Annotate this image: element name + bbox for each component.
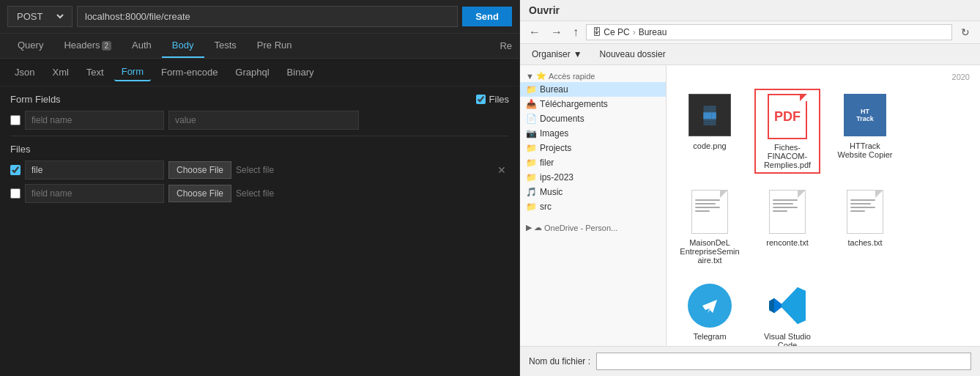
- file-label-code-png: code.png: [693, 141, 726, 150]
- folder-icon: 📁: [526, 172, 537, 183]
- quick-access-label: Accès rapide: [549, 72, 595, 81]
- folder-icon: 📁: [526, 158, 537, 168]
- nouveau-dossier-button[interactable]: Nouveau dossier: [594, 47, 672, 62]
- file-name-1[interactable]: [25, 161, 164, 180]
- file-item-httrack[interactable]: HTTrack HTTrack Website Copier: [832, 89, 898, 174]
- maison-txt-thumbnail: [691, 190, 728, 234]
- file-item-maison-txt[interactable]: MaisonDeL EntrepriseSeminaire.txt: [677, 185, 743, 268]
- remove-file-button-1[interactable]: ✕: [494, 164, 509, 176]
- subtab-json[interactable]: Json: [7, 64, 42, 81]
- subtab-graphql[interactable]: Graphql: [228, 64, 276, 81]
- response-label: Re: [500, 34, 512, 57]
- send-button[interactable]: Send: [462, 7, 512, 26]
- field-checkbox-1[interactable]: [10, 115, 21, 125]
- breadcrumb-bureau[interactable]: Bureau: [639, 27, 667, 37]
- organiser-arrow-icon: ▼: [573, 49, 582, 59]
- subtab-form-encode[interactable]: Form-encode: [154, 64, 225, 81]
- sidebar-item-bureau[interactable]: 📁 Bureau: [520, 82, 666, 97]
- folder-icon: 📥: [526, 99, 537, 109]
- year-label: 2020: [674, 73, 973, 81]
- nav-up-button[interactable]: ↑: [570, 24, 582, 40]
- files-checkbox[interactable]: [476, 95, 486, 104]
- file-item-vscode[interactable]: Visual Studio Code: [754, 279, 820, 346]
- file-label-vscode: Visual Studio Code: [757, 332, 817, 346]
- nav-forward-button[interactable]: →: [548, 24, 565, 40]
- telegram-thumbnail: [688, 284, 732, 328]
- file-item-taches[interactable]: taches.txt: [832, 185, 898, 268]
- tab-headers[interactable]: Headers2: [53, 34, 122, 58]
- sidebar-item-images[interactable]: 📷 Images: [520, 126, 666, 141]
- method-dropdown[interactable]: POST GET PUT DELETE: [14, 10, 66, 23]
- file-label-renconte: renconte.txt: [766, 238, 808, 247]
- folder-icon: 🎵: [526, 187, 537, 197]
- tab-auth[interactable]: Auth: [122, 34, 162, 58]
- explorer-title: Ouvrir: [520, 0, 980, 21]
- divider: [10, 136, 509, 136]
- code-png-thumbnail: ▒▒▒▓▓▓▒▒▒: [688, 94, 731, 136]
- files-toggle[interactable]: Files: [476, 94, 509, 105]
- file-icon-pdf: PDF: [764, 93, 811, 140]
- sidebar-item-src[interactable]: 📁 src: [520, 199, 666, 214]
- sidebar-item-ips2023[interactable]: 📁 ips-2023: [520, 170, 666, 185]
- breadcrumb-pc[interactable]: 🗄 Ce PC: [593, 27, 630, 37]
- sidebar-item-projects[interactable]: 📁 Projects: [520, 141, 666, 155]
- folder-icon: 📷: [526, 128, 537, 139]
- sidebar-item-telechargements[interactable]: 📥 Téléchargements: [520, 97, 666, 111]
- refresh-button[interactable]: ↻: [957, 25, 974, 40]
- tab-prerun[interactable]: Pre Run: [247, 34, 302, 58]
- sidebar-item-documents[interactable]: 📄 Documents: [520, 111, 666, 126]
- url-input[interactable]: [77, 6, 458, 27]
- filename-bar: Nom du fichier :: [520, 346, 980, 376]
- select-file-text-1: Select file: [236, 165, 490, 175]
- svg-marker-1: [782, 287, 806, 324]
- subtab-xml[interactable]: Xml: [45, 64, 75, 81]
- explorer-main: 2020 ▒▒▒▓▓▓▒▒▒ code.png PDF: [667, 65, 980, 346]
- sidebar-item-music[interactable]: 🎵 Music: [520, 185, 666, 199]
- subtab-form[interactable]: Form: [114, 63, 151, 81]
- file-icon-vscode: [764, 282, 811, 329]
- main-tabs: Query Headers2 Auth Body Tests Pre Run R…: [0, 34, 519, 59]
- file-explorer: Ouvrir ← → ↑ 🗄 Ce PC › Bureau ↻ Organise…: [520, 0, 980, 376]
- onedrive-category[interactable]: ▶ ☁ OneDrive - Person...: [520, 220, 666, 234]
- file-name-2[interactable]: [25, 184, 164, 203]
- quick-access-icon: ⭐: [536, 71, 546, 81]
- file-icon-httrack: HTTrack: [842, 92, 888, 139]
- subtab-binary[interactable]: Binary: [280, 64, 322, 81]
- file-item-telegram[interactable]: Telegram: [677, 279, 743, 346]
- nav-back-button[interactable]: ←: [526, 24, 543, 40]
- field-value-input-1[interactable]: [168, 111, 359, 130]
- music-label: Music: [540, 187, 563, 197]
- folder-icon: 📁: [526, 143, 537, 153]
- folder-icon: 📄: [526, 114, 537, 124]
- tab-tests[interactable]: Tests: [204, 34, 247, 58]
- file-checkbox-2[interactable]: [10, 188, 21, 199]
- method-selector[interactable]: POST GET PUT DELETE: [7, 6, 73, 27]
- organiser-button[interactable]: Organiser ▼: [526, 47, 588, 62]
- field-name-input-1[interactable]: [25, 111, 164, 130]
- file-field-row-1: Choose File Select file ✕: [10, 161, 509, 180]
- tab-body[interactable]: Body: [162, 34, 204, 58]
- tab-query[interactable]: Query: [7, 34, 53, 58]
- renconte-thumbnail: [769, 190, 806, 234]
- select-file-text-2: Select file: [236, 188, 509, 199]
- explorer-body: ▼ ⭐ Accès rapide 📁 Bureau 📥 Téléchargeme…: [520, 65, 980, 346]
- form-area: Form Fields Files Files Choose File Sele…: [0, 86, 519, 376]
- onedrive-label: OneDrive - Person...: [544, 224, 617, 232]
- file-item-code-png[interactable]: ▒▒▒▓▓▓▒▒▒ code.png: [677, 89, 743, 174]
- filename-input[interactable]: [596, 353, 971, 370]
- file-checkbox-1[interactable]: [10, 165, 21, 175]
- pdf-thumbnail: PDF: [768, 94, 807, 139]
- subtab-text[interactable]: Text: [79, 64, 111, 81]
- file-item-renconte[interactable]: renconte.txt: [754, 185, 820, 268]
- file-field-row-2: Choose File Select file: [10, 184, 509, 203]
- file-label-httrack: HTTrack Website Copier: [835, 141, 895, 159]
- onedrive-arrow: ▶: [526, 223, 532, 232]
- file-item-pdf[interactable]: PDF Fiches-FINACOM-Remplies.pdf: [754, 89, 820, 174]
- sidebar-item-filer[interactable]: 📁 filer: [520, 155, 666, 170]
- choose-file-button-1[interactable]: Choose File: [168, 161, 231, 179]
- src-label: src: [540, 202, 552, 212]
- folder-icon: 📁: [526, 84, 537, 95]
- choose-file-button-2[interactable]: Choose File: [168, 185, 231, 202]
- quick-access-category[interactable]: ▼ ⭐ Accès rapide: [520, 68, 666, 82]
- filename-label: Nom du fichier :: [529, 356, 590, 366]
